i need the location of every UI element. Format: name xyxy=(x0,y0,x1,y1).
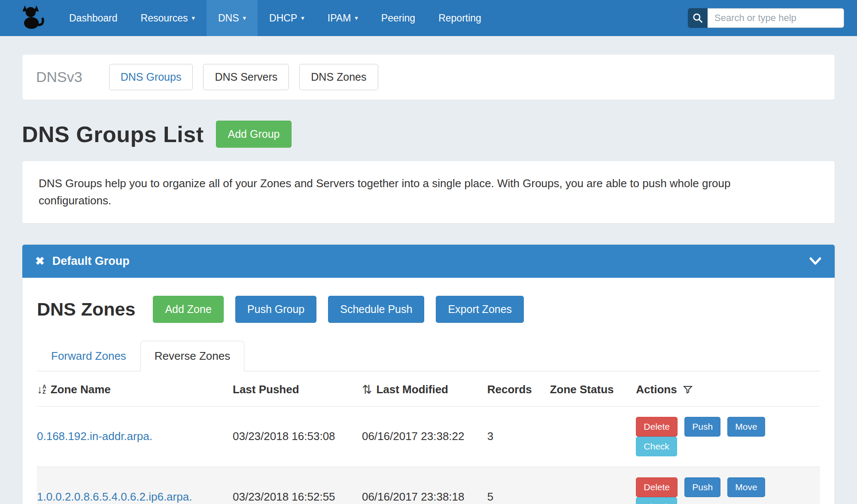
header-records: Records xyxy=(487,383,532,396)
page-content: DNSv3 DNS Groups DNS Servers DNS Zones D… xyxy=(0,54,857,504)
sort-both-icon[interactable]: ⇅ xyxy=(362,383,372,397)
subnav-button-dns-groups[interactable]: DNS Groups xyxy=(109,64,193,90)
actions-cell: Delete Push Move Check xyxy=(636,406,820,467)
schedule-push-button[interactable]: Schedule Push xyxy=(328,296,424,323)
zones-table: ↓ AZ Zone Name Last Pushed ⇅ Last Modifi… xyxy=(37,371,820,504)
group-panel-title: Default Group xyxy=(52,255,130,268)
check-button[interactable]: Check xyxy=(636,437,677,456)
sort-alpha-icon[interactable]: ↓ AZ xyxy=(37,383,46,396)
tab-reverse-zones[interactable]: Reverse Zones xyxy=(140,341,244,371)
close-icon[interactable]: ✖ xyxy=(35,255,45,267)
tab-forward-zones[interactable]: Forward Zones xyxy=(37,341,140,371)
header-last-pushed: Last Pushed xyxy=(233,383,299,396)
nav-item-ipam[interactable]: IPAM▾ xyxy=(316,0,370,36)
main-menu: Dashboard Resources▾ DNS▾ DHCP▾ IPAM▾ Pe… xyxy=(58,0,493,36)
delete-button[interactable]: Delete xyxy=(636,477,678,497)
zone-status-cell xyxy=(550,467,636,504)
table-header-row: ↓ AZ Zone Name Last Pushed ⇅ Last Modifi… xyxy=(37,371,820,407)
zone-status-cell xyxy=(550,406,636,467)
zone-link[interactable]: 0.168.192.in-addr.arpa. xyxy=(37,430,152,443)
groups-description-panel: DNS Groups help you to organize all of y… xyxy=(22,161,835,224)
group-panel-header: ✖ Default Group xyxy=(22,245,835,278)
last-modified-cell: 06/16/2017 23:38:18 xyxy=(362,467,487,504)
filter-funnel-icon[interactable] xyxy=(683,385,693,394)
add-group-button[interactable]: Add Group xyxy=(216,121,292,148)
dns-zones-title: DNS Zones xyxy=(37,299,135,320)
last-modified-cell: 06/16/2017 23:38:22 xyxy=(362,406,487,467)
nav-item-dns[interactable]: DNS▾ xyxy=(207,0,258,36)
subnav-button-dns-zones[interactable]: DNS Zones xyxy=(299,64,378,90)
cat-logo-icon xyxy=(20,5,45,31)
dnsv3-subnav: DNSv3 DNS Groups DNS Servers DNS Zones xyxy=(22,54,835,100)
push-button[interactable]: Push xyxy=(684,417,720,437)
actions-cell: Delete Push Move Check xyxy=(636,467,820,504)
records-cell: 5 xyxy=(487,467,550,504)
chevron-down-icon xyxy=(809,256,822,266)
header-actions: Actions xyxy=(636,383,677,396)
top-navbar: Dashboard Resources▾ DNS▾ DHCP▾ IPAM▾ Pe… xyxy=(0,0,857,36)
zones-tabs: Forward Zones Reverse Zones xyxy=(37,341,820,371)
header-zone-name: Zone Name xyxy=(51,383,111,396)
header-last-modified: Last Modified xyxy=(376,383,448,396)
zone-link[interactable]: 1.0.0.2.0.8.6.5.4.0.6.2.ip6.arpa. xyxy=(37,490,192,503)
check-button[interactable]: Check xyxy=(636,497,677,504)
chevron-down-icon: ▾ xyxy=(243,14,246,22)
chevron-down-icon: ▾ xyxy=(191,14,195,22)
nav-item-dhcp[interactable]: DHCP▾ xyxy=(258,0,316,36)
add-zone-button[interactable]: Add Zone xyxy=(153,296,223,323)
header-zone-status: Zone Status xyxy=(550,383,614,396)
export-zones-button[interactable]: Export Zones xyxy=(436,296,524,323)
push-group-button[interactable]: Push Group xyxy=(235,296,316,323)
delete-button[interactable]: Delete xyxy=(636,417,678,437)
table-row: 1.0.0.2.0.8.6.5.4.0.6.2.ip6.arpa. 03/23/… xyxy=(37,467,820,504)
nav-item-resources[interactable]: Resources▾ xyxy=(129,0,207,36)
dnsv3-label: DNSv3 xyxy=(36,69,82,85)
nav-item-reporting[interactable]: Reporting xyxy=(427,0,493,36)
page-title: DNS Groups List xyxy=(22,121,204,147)
collapse-button[interactable] xyxy=(809,256,822,266)
search-input[interactable] xyxy=(708,8,844,28)
move-button[interactable]: Move xyxy=(727,477,765,497)
page-title-row: DNS Groups List Add Group xyxy=(22,121,835,148)
search-bar xyxy=(688,8,844,28)
group-panel-body: DNS Zones Add Zone Push Group Schedule P… xyxy=(22,278,835,504)
move-button[interactable]: Move xyxy=(727,417,765,437)
search-icon[interactable] xyxy=(688,8,708,28)
subnav-button-dns-servers[interactable]: DNS Servers xyxy=(203,64,289,90)
dns-zones-toolbar: DNS Zones Add Zone Push Group Schedule P… xyxy=(37,296,820,323)
groups-description-text: DNS Groups help you to organize all of y… xyxy=(39,175,803,209)
default-group-panel: ✖ Default Group DNS Zones Add Zone Push … xyxy=(22,244,835,504)
last-pushed-cell: 03/23/2018 16:53:08 xyxy=(233,406,362,467)
last-pushed-cell: 03/23/2018 16:52:55 xyxy=(233,467,362,504)
app-logo[interactable] xyxy=(15,0,58,36)
chevron-down-icon: ▾ xyxy=(355,14,358,22)
chevron-down-icon: ▾ xyxy=(301,14,304,22)
table-row: 0.168.192.in-addr.arpa. 03/23/2018 16:53… xyxy=(37,406,820,467)
nav-item-peering[interactable]: Peering xyxy=(370,0,427,36)
records-cell: 3 xyxy=(487,406,550,467)
nav-item-dashboard[interactable]: Dashboard xyxy=(58,0,129,36)
push-button[interactable]: Push xyxy=(684,477,720,497)
